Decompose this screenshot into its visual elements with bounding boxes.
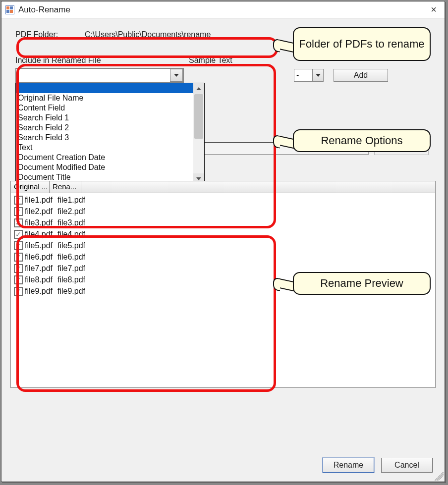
original-filename: file5.pdf: [25, 241, 56, 250]
dropdown-item[interactable]: Document Creation Date: [16, 153, 193, 162]
chevron-down-icon[interactable]: [312, 69, 323, 81]
annotation-callout: Folder of PDFs to rename: [293, 27, 431, 61]
dropdown-items: Original File Name Content Field Search …: [16, 83, 193, 184]
table-row[interactable]: ✓file5.pdffile5.pdf: [11, 240, 435, 251]
table-row[interactable]: ✓file1.pdffile1.pdf: [11, 194, 435, 206]
renamed-filename: file2.pdf: [57, 207, 85, 216]
add-button[interactable]: Add: [334, 69, 388, 82]
renamed-filename: file9.pdf: [57, 287, 85, 296]
close-icon[interactable]: ×: [427, 4, 441, 16]
cancel-button[interactable]: Cancel: [381, 458, 433, 473]
original-filename: file8.pdf: [25, 275, 56, 284]
original-filename: file2.pdf: [25, 207, 56, 216]
renamed-filename: file6.pdf: [57, 253, 85, 262]
original-filename: file1.pdf: [25, 196, 56, 205]
dropdown-item[interactable]: Search Field 3: [16, 133, 193, 143]
dialog-buttons: Rename Cancel: [323, 458, 433, 473]
annotation-callout: Rename Preview: [293, 272, 431, 295]
row-checkbox[interactable]: ✓: [14, 264, 23, 273]
window-frame: Auto-Rename × PDF Folder: C:\Users\Publi…: [1, 1, 445, 482]
renamed-filename: file5.pdf: [57, 241, 85, 250]
pdf-folder-label: PDF Folder:: [15, 30, 85, 39]
dropdown-item[interactable]: Content Field: [16, 103, 193, 113]
row-checkbox[interactable]: ✓: [14, 230, 23, 239]
row-checkbox[interactable]: ✓: [14, 287, 23, 296]
app-icon: [5, 5, 14, 14]
dropdown-item[interactable]: Text: [16, 143, 193, 153]
table-row[interactable]: ✓file2.pdffile2.pdf: [11, 206, 435, 217]
renamed-filename: file4.pdf: [57, 230, 85, 239]
scrollbar[interactable]: [193, 83, 204, 184]
window-title: Auto-Rename: [18, 5, 70, 15]
col-renamed[interactable]: Rena...: [50, 181, 81, 193]
table-row[interactable]: ✓file3.pdffile3.pdf: [11, 217, 435, 228]
resize-grip-icon[interactable]: [435, 472, 444, 481]
row-checkbox[interactable]: ✓: [14, 241, 23, 250]
renamed-filename: file8.pdf: [57, 275, 85, 284]
sample-text-label: Sample Text: [189, 56, 232, 65]
client-area: PDF Folder: C:\Users\Public\Documents\re…: [1, 18, 445, 482]
row-checkbox[interactable]: ✓: [14, 275, 23, 284]
original-filename: file4.pdf: [25, 230, 56, 239]
original-filename: file3.pdf: [25, 218, 56, 227]
annotation-callout: Rename Options: [293, 129, 431, 152]
row-checkbox[interactable]: ✓: [14, 253, 23, 262]
dropdown-item[interactable]: Search Field 2: [16, 123, 193, 133]
separator-value: -: [296, 71, 299, 80]
row-checkbox[interactable]: ✓: [14, 196, 23, 205]
row-checkbox[interactable]: ✓: [14, 207, 23, 216]
renamed-filename: file3.pdf: [57, 218, 85, 227]
preview-header: Original ... Rena...: [11, 181, 435, 193]
scroll-up-icon[interactable]: [193, 83, 204, 94]
chevron-down-icon[interactable]: [170, 69, 183, 82]
dropdown-item[interactable]: Document Modified Date: [16, 162, 193, 172]
renamed-filename: file7.pdf: [57, 264, 85, 273]
include-label: Include in Renamed File: [15, 56, 189, 65]
include-dropdown-list[interactable]: Original File Name Content Field Search …: [15, 83, 205, 185]
row-checkbox[interactable]: ✓: [14, 218, 23, 227]
dropdown-item[interactable]: Search Field 1: [16, 113, 193, 123]
dropdown-item-selected[interactable]: [16, 83, 193, 93]
pdf-folder-path: C:\Users\Public\Documents\rename: [85, 30, 211, 39]
col-original[interactable]: Original ...: [11, 181, 50, 193]
titlebar: Auto-Rename ×: [1, 1, 445, 18]
table-row[interactable]: ✓file6.pdffile6.pdf: [11, 251, 435, 263]
separator-combobox[interactable]: -: [294, 69, 324, 82]
dropdown-item[interactable]: Original File Name: [16, 93, 193, 103]
original-filename: file7.pdf: [25, 264, 56, 273]
original-filename: file9.pdf: [25, 287, 56, 296]
table-row[interactable]: ✓file4.pdffile4.pdf: [11, 228, 435, 240]
rename-button[interactable]: Rename: [323, 458, 374, 473]
original-filename: file6.pdf: [25, 253, 56, 262]
scroll-thumb[interactable]: [194, 94, 203, 139]
renamed-filename: file1.pdf: [57, 196, 85, 205]
include-combobox[interactable]: [15, 68, 184, 83]
